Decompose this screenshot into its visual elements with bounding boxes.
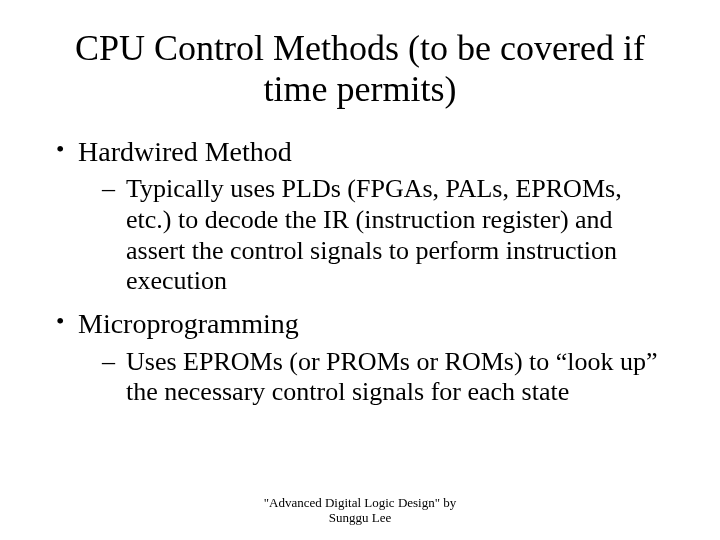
bullet-item: Microprogramming Uses EPROMs (or PROMs o… (48, 307, 672, 408)
footer: "Advanced Digital Logic Design" by Sungg… (0, 495, 720, 526)
bullet-text: Microprogramming (78, 308, 299, 339)
sub-text: Typically uses PLDs (FPGAs, PALs, EPROMs… (126, 174, 622, 295)
sub-list: Uses EPROMs (or PROMs or ROMs) to “look … (78, 347, 672, 408)
footer-line: "Advanced Digital Logic Design" by (0, 495, 720, 511)
footer-line: Sunggu Lee (0, 510, 720, 526)
sub-list: Typically uses PLDs (FPGAs, PALs, EPROMs… (78, 174, 672, 297)
sub-item: Uses EPROMs (or PROMs or ROMs) to “look … (78, 347, 672, 408)
slide: CPU Control Methods (to be covered if ti… (0, 0, 720, 540)
bullet-item: Hardwired Method Typically uses PLDs (FP… (48, 135, 672, 297)
bullet-text: Hardwired Method (78, 136, 292, 167)
bullet-list: Hardwired Method Typically uses PLDs (FP… (48, 135, 672, 408)
sub-item: Typically uses PLDs (FPGAs, PALs, EPROMs… (78, 174, 672, 297)
sub-text: Uses EPROMs (or PROMs or ROMs) to “look … (126, 347, 658, 407)
slide-title: CPU Control Methods (to be covered if ti… (48, 28, 672, 111)
